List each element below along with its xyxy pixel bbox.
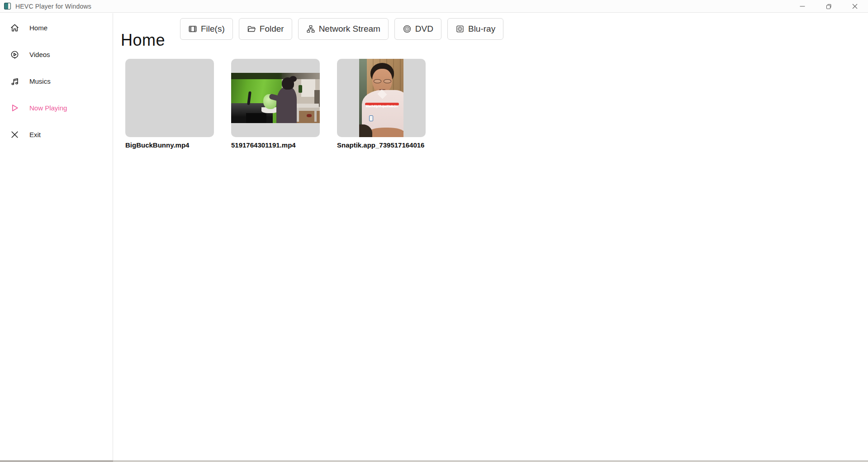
video-thumbnail-placeholder[interactable] — [125, 59, 214, 137]
sidebar-item-label: Videos — [29, 51, 50, 58]
kitchen-scene-image — [231, 73, 320, 123]
dvd-button-label: DVD — [415, 24, 433, 34]
files-button[interactable]: File(s) — [180, 18, 233, 40]
minimize-button[interactable] — [789, 0, 816, 13]
sidebar-item-label: Now Playing — [29, 104, 67, 112]
sidebar-bottom-scrollbar[interactable] — [0, 460, 113, 462]
network-stream-button-label: Network Stream — [319, 24, 380, 34]
app-logo-icon — [4, 3, 11, 10]
folder-icon — [247, 24, 256, 33]
close-button[interactable] — [842, 0, 868, 13]
media-grid: BigBuckBunny.mp4 — [125, 59, 426, 149]
network-icon — [306, 24, 315, 33]
film-icon — [188, 24, 197, 33]
toolbar: File(s) Folder Network Stream — [180, 18, 503, 40]
sidebar-item-exit[interactable]: Exit — [0, 121, 113, 148]
restore-button[interactable] — [816, 0, 842, 13]
dvd-button[interactable]: DVD — [394, 18, 441, 40]
minimize-icon — [800, 4, 805, 9]
restore-icon — [826, 4, 832, 10]
exit-icon — [10, 130, 19, 139]
bluray-icon — [455, 24, 465, 33]
portrait-man-image: Xin hãy thức tỉnh trước khi quá muộn — [359, 59, 403, 137]
home-icon — [10, 23, 19, 33]
video-thumbnail-portrait[interactable]: Xin hãy thức tỉnh trước khi quá muộn — [337, 59, 426, 137]
sidebar-item-now-playing[interactable]: Now Playing — [0, 95, 113, 121]
musics-icon — [10, 76, 19, 86]
sidebar-item-label: Home — [29, 24, 47, 32]
window-controls — [789, 0, 868, 13]
sidebar-item-label: Exit — [29, 131, 41, 138]
video-filename: 5191764301191.mp4 — [231, 141, 320, 149]
video-thumbnail-kitchen[interactable] — [231, 59, 320, 137]
titlebar: HEVC Player for Windows — [0, 0, 868, 13]
dvd-icon — [403, 24, 412, 33]
sidebar: Home Videos Musics — [0, 13, 113, 460]
bottom-edge-right — [113, 460, 868, 462]
play-icon — [10, 103, 19, 113]
files-button-label: File(s) — [201, 24, 225, 34]
window-title: HEVC Player for Windows — [15, 3, 91, 10]
page-title: Home — [121, 31, 165, 50]
media-item-5191764301191: 5191764301191.mp4 — [231, 59, 320, 149]
video-filename: Snaptik.app_739517164016 — [337, 141, 426, 149]
window-bottom-edge — [0, 460, 868, 462]
folder-button[interactable]: Folder — [239, 18, 292, 40]
close-icon — [852, 4, 858, 9]
bluray-button[interactable]: Blu-ray — [447, 18, 503, 40]
caption-line: trước khi quá muộn — [366, 104, 398, 109]
sidebar-item-musics[interactable]: Musics — [0, 68, 113, 95]
video-filename: BigBuckBunny.mp4 — [125, 141, 214, 149]
media-item-snaptik: Xin hãy thức tỉnh trước khi quá muộn Sna… — [337, 59, 426, 149]
media-item-bigbuckbunny: BigBuckBunny.mp4 — [125, 59, 214, 149]
sidebar-item-label: Musics — [29, 77, 51, 85]
sidebar-item-home[interactable]: Home — [0, 14, 113, 41]
sidebar-item-videos[interactable]: Videos — [0, 41, 113, 68]
video-overlay-caption: Xin hãy thức tỉnh trước khi quá muộn — [365, 103, 399, 105]
app-window: HEVC Player for Windows — [0, 0, 868, 462]
network-stream-button[interactable]: Network Stream — [298, 18, 389, 40]
main-content: Home File(s) Folder — [114, 13, 868, 460]
bluray-button-label: Blu-ray — [468, 24, 495, 34]
videos-icon — [10, 50, 19, 59]
folder-button-label: Folder — [260, 24, 284, 34]
